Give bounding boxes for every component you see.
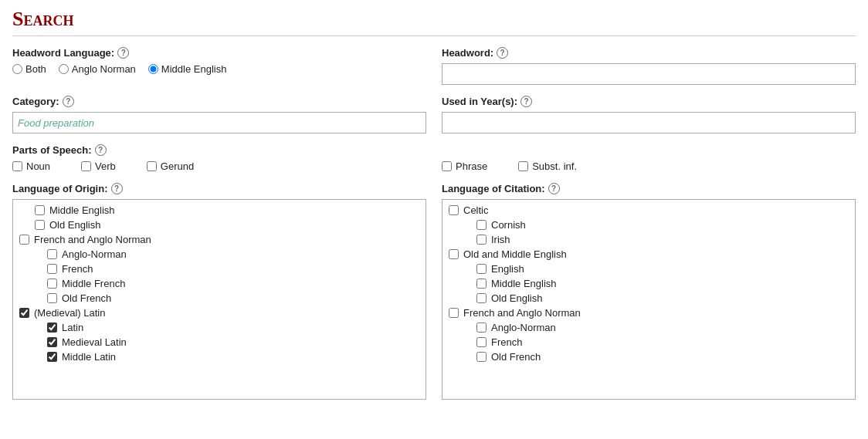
list-item: English	[442, 262, 855, 276]
list-item: (Medieval) Latin	[13, 306, 426, 320]
list-item: Anglo-Norman	[442, 320, 855, 335]
list-item: French	[442, 335, 855, 350]
list-item: Cornish	[442, 218, 855, 232]
radio-both-input[interactable]	[12, 64, 22, 74]
cit-old-english-checkbox[interactable]	[476, 293, 487, 303]
language-of-origin-listbox[interactable]: Middle English Old English French and An…	[12, 199, 426, 400]
headword-label: Headword: ?	[442, 47, 856, 59]
headword-language-label: Headword Language: ?	[12, 47, 426, 59]
used-in-years-input[interactable]	[442, 112, 856, 133]
origin-french-checkbox[interactable]	[47, 264, 57, 274]
headword-help-icon[interactable]: ?	[497, 47, 508, 59]
used-in-years-help-icon[interactable]: ?	[520, 96, 532, 107]
cit-english-checkbox[interactable]	[476, 264, 487, 274]
origin-medieval-latin-group-checkbox[interactable]	[19, 308, 29, 318]
category-input[interactable]	[12, 112, 426, 133]
headword-input[interactable]	[442, 63, 856, 85]
cit-french-anglo-norman-checkbox[interactable]	[449, 308, 459, 318]
list-item: Middle French	[13, 276, 426, 291]
language-of-origin-help-icon[interactable]: ?	[111, 183, 123, 194]
pos-subst-inf-checkbox[interactable]	[518, 161, 528, 171]
radio-both[interactable]: Both	[12, 63, 46, 75]
cit-french-checkbox[interactable]	[476, 337, 487, 347]
cit-anglo-norman-checkbox[interactable]	[476, 322, 487, 333]
origin-latin-checkbox[interactable]	[47, 322, 57, 333]
pos-gerund[interactable]: Gerund	[147, 160, 194, 172]
origin-anglo-norman-checkbox[interactable]	[47, 249, 57, 259]
list-item: Old French	[442, 350, 855, 364]
list-item: Anglo-Norman	[13, 247, 426, 262]
list-item: Irish	[442, 232, 855, 247]
list-item: Middle English	[442, 276, 855, 291]
cit-old-french-checkbox[interactable]	[476, 352, 487, 362]
pos-verb[interactable]: Verb	[81, 160, 116, 172]
pos-noun[interactable]: Noun	[12, 160, 50, 172]
headword-language-help-icon[interactable]: ?	[117, 47, 129, 59]
list-item: Old French	[13, 291, 426, 306]
used-in-years-label: Used in Year(s): ?	[442, 96, 856, 107]
category-help-icon[interactable]: ?	[63, 96, 74, 107]
pos-gerund-checkbox[interactable]	[147, 161, 157, 171]
list-item: French and Anglo Norman	[13, 232, 426, 247]
language-of-citation-label: Language of Citation: ?	[442, 183, 856, 194]
origin-me-checkbox[interactable]	[35, 205, 45, 215]
cit-irish-checkbox[interactable]	[476, 235, 487, 245]
cit-old-middle-english-checkbox[interactable]	[449, 249, 459, 259]
pos-phrase[interactable]: Phrase	[442, 160, 487, 172]
language-of-citation-listbox[interactable]: Celtic Cornish Irish Old and Middle Engl…	[442, 199, 856, 400]
list-item: Old and Middle English	[442, 247, 855, 262]
list-item: Latin	[13, 320, 426, 335]
origin-oe-checkbox[interactable]	[35, 220, 45, 230]
category-label: Category: ?	[12, 96, 426, 107]
list-item: Old English	[13, 218, 426, 232]
radio-middle-english-input[interactable]	[148, 64, 158, 74]
radio-anglo-norman[interactable]: Anglo Norman	[59, 63, 136, 75]
cit-middle-english-checkbox[interactable]	[476, 279, 487, 289]
pos-noun-checkbox[interactable]	[12, 161, 22, 171]
pos-verb-checkbox[interactable]	[81, 161, 91, 171]
origin-old-french-checkbox[interactable]	[47, 293, 57, 303]
language-of-citation-help-icon[interactable]: ?	[548, 183, 560, 194]
language-of-origin-label: Language of Origin: ?	[12, 183, 426, 194]
pos-subst-inf[interactable]: Subst. inf.	[518, 160, 577, 172]
origin-middle-latin-checkbox[interactable]	[47, 352, 57, 362]
list-item: French	[13, 262, 426, 276]
headword-language-radio-group: Both Anglo Norman Middle English	[12, 63, 426, 75]
cit-cornish-checkbox[interactable]	[476, 220, 487, 230]
list-item: Middle Latin	[13, 350, 426, 364]
radio-middle-english[interactable]: Middle English	[148, 63, 227, 75]
origin-medieval-latin-checkbox[interactable]	[47, 337, 57, 347]
list-item: Middle English	[13, 203, 426, 218]
list-item: Celtic	[442, 203, 855, 218]
cit-celtic-checkbox[interactable]	[449, 205, 459, 215]
pos-phrase-checkbox[interactable]	[442, 161, 452, 171]
origin-middle-french-checkbox[interactable]	[47, 279, 57, 289]
parts-of-speech-help-icon[interactable]: ?	[95, 144, 107, 156]
list-item: Medieval Latin	[13, 335, 426, 350]
list-item: Old English	[442, 291, 855, 306]
origin-french-anglo-norman-checkbox[interactable]	[19, 235, 29, 245]
list-item: French and Anglo Norman	[442, 306, 855, 320]
parts-of-speech-label: Parts of Speech: ?	[12, 144, 856, 156]
radio-anglo-norman-input[interactable]	[59, 64, 69, 74]
page-title: Search	[12, 8, 856, 36]
